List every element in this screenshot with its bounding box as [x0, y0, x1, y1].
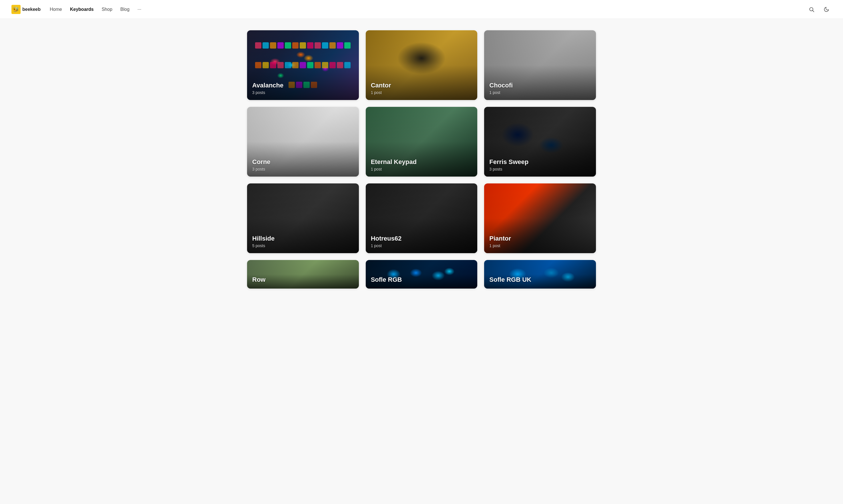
- card-posts: 5 posts: [252, 244, 354, 248]
- card-info: Hotreus621 post: [366, 230, 478, 253]
- keyboard-card-hillside[interactable]: Hillside5 posts: [247, 183, 359, 253]
- keyboard-card-hotreus62[interactable]: Hotreus621 post: [366, 183, 478, 253]
- navbar-actions: [806, 4, 831, 15]
- keyboard-card-corne[interactable]: Corne3 posts: [247, 107, 359, 177]
- nav-links: Home Keyboards Shop Blog ···: [50, 7, 806, 12]
- card-info: Eternal Keypad1 post: [366, 154, 478, 177]
- site-name: beekeeb: [22, 7, 40, 12]
- card-title: Eternal Keypad: [371, 158, 472, 166]
- card-info: Sofle RGB UK: [484, 271, 596, 289]
- card-title: Hotreus62: [371, 235, 472, 242]
- card-posts: 3 posts: [489, 167, 591, 172]
- navbar: 🐝 beekeeb Home Keyboards Shop Blog ···: [0, 0, 843, 19]
- keyboard-card-row1[interactable]: Row: [247, 260, 359, 289]
- keyboard-card-eternal-keypad[interactable]: Eternal Keypad1 post: [366, 107, 478, 177]
- keyboard-card-sofle-rgb-2[interactable]: Sofle RGB UK: [484, 260, 596, 289]
- keyboard-card-piantor[interactable]: Piantor1 post: [484, 183, 596, 253]
- card-info: Hillside5 posts: [247, 230, 359, 253]
- card-title: Piantor: [489, 235, 591, 242]
- dark-mode-button[interactable]: [821, 4, 831, 15]
- nav-home[interactable]: Home: [50, 7, 62, 12]
- site-logo[interactable]: 🐝 beekeeb: [12, 5, 40, 14]
- card-info: Corne3 posts: [247, 154, 359, 177]
- card-title: Corne: [252, 158, 354, 166]
- keyboard-card-chocofi[interactable]: Chocofi1 post: [484, 30, 596, 100]
- keyboard-card-ferris-sweep[interactable]: Ferris Sweep3 posts: [484, 107, 596, 177]
- card-info: Cantor1 post: [366, 77, 478, 100]
- card-info: Row: [247, 271, 359, 289]
- card-title: Ferris Sweep: [489, 158, 591, 166]
- card-title: Row: [252, 276, 354, 284]
- card-posts: 1 post: [371, 167, 472, 172]
- card-posts: 3 posts: [252, 167, 354, 172]
- card-title: Avalanche: [252, 82, 354, 89]
- svg-text:🐝: 🐝: [13, 6, 19, 13]
- card-posts: 3 posts: [252, 90, 354, 95]
- keyboard-card-sofle-rgb-1[interactable]: Sofle RGB: [366, 260, 478, 289]
- nav-more[interactable]: ···: [138, 7, 141, 12]
- card-info: Sofle RGB: [366, 271, 478, 289]
- nav-blog[interactable]: Blog: [120, 7, 130, 12]
- keyboard-card-cantor[interactable]: Cantor1 post: [366, 30, 478, 100]
- card-title: Chocofi: [489, 82, 591, 89]
- card-info: Avalanche3 posts: [247, 77, 359, 100]
- card-title: Cantor: [371, 82, 472, 89]
- main-content: Avalanche3 postsCantor1 postChocofi1 pos…: [241, 19, 602, 306]
- moon-icon: [824, 6, 829, 12]
- search-button[interactable]: [806, 4, 817, 15]
- card-posts: 1 post: [489, 90, 591, 95]
- svg-line-3: [813, 10, 814, 12]
- search-icon: [809, 6, 814, 12]
- nav-shop[interactable]: Shop: [102, 7, 112, 12]
- card-posts: 1 post: [371, 90, 472, 95]
- card-title: Sofle RGB UK: [489, 276, 591, 284]
- keyboard-card-avalanche[interactable]: Avalanche3 posts: [247, 30, 359, 100]
- card-info: Chocofi1 post: [484, 77, 596, 100]
- card-posts: 1 post: [489, 244, 591, 248]
- card-info: Piantor1 post: [484, 230, 596, 253]
- nav-keyboards[interactable]: Keyboards: [70, 7, 94, 12]
- keyboard-grid: Avalanche3 postsCantor1 postChocofi1 pos…: [247, 30, 596, 289]
- card-info: Ferris Sweep3 posts: [484, 154, 596, 177]
- card-title: Sofle RGB: [371, 276, 472, 284]
- logo-icon: 🐝: [12, 5, 21, 14]
- card-title: Hillside: [252, 235, 354, 242]
- card-posts: 1 post: [371, 244, 472, 248]
